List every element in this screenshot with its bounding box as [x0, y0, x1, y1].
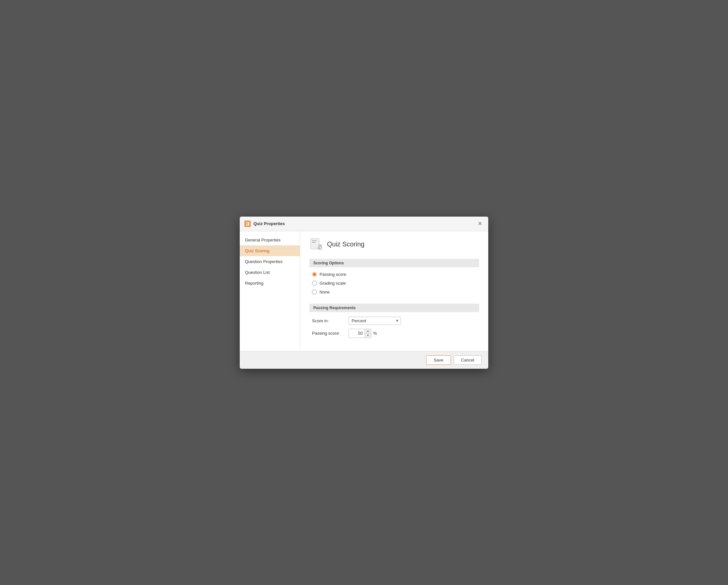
passing-score-input[interactable] — [349, 329, 365, 338]
sidebar-item-general-properties[interactable]: General Properties — [240, 235, 300, 246]
dialog-body: General Properties Quiz Scoring Question… — [240, 231, 488, 351]
score-in-row: Score in: Percent Points ▼ — [309, 317, 479, 325]
scoring-options: Passing score Grading scale None — [309, 272, 479, 295]
scoring-radio-group: Passing score Grading scale None — [312, 272, 476, 295]
dialog-footer: Save Cancel — [240, 351, 488, 369]
none-option[interactable]: None — [312, 289, 476, 295]
sidebar-item-reporting[interactable]: Reporting — [240, 278, 300, 288]
page-title: Quiz Scoring — [327, 240, 365, 248]
scoring-options-header: Scoring Options — [309, 259, 479, 267]
score-in-label: Score in: — [312, 319, 345, 323]
page-icon — [309, 238, 322, 251]
none-radio[interactable] — [312, 289, 317, 295]
sidebar: General Properties Quiz Scoring Question… — [240, 231, 300, 351]
passing-score-spinbox-wrapper: ▲ ▼ % — [348, 329, 377, 338]
passing-score-option[interactable]: Passing score — [312, 272, 476, 277]
spinbox-buttons: ▲ ▼ — [365, 329, 371, 338]
main-content: Quiz Scoring Scoring Options Passing sco… — [300, 231, 488, 351]
sidebar-item-question-properties[interactable]: Question Properties — [240, 256, 300, 267]
close-button[interactable]: ✕ — [476, 220, 484, 228]
dialog-title: Quiz Properties — [254, 221, 473, 226]
passing-score-row: Passing score: ▲ ▼ % — [309, 329, 479, 338]
save-button[interactable]: Save — [426, 355, 451, 365]
svg-rect-4 — [312, 240, 317, 241]
title-bar: Quiz Properties ✕ — [240, 217, 488, 231]
spinbox-increment-button[interactable]: ▲ — [365, 329, 371, 333]
passing-requirements: Passing Requirements Score in: Percent P… — [309, 304, 479, 338]
passing-score-label: Passing score: — [312, 331, 345, 336]
score-in-select[interactable]: Percent Points — [348, 317, 401, 325]
cancel-button[interactable]: Cancel — [453, 355, 482, 365]
spinbox-decrement-button[interactable]: ▼ — [365, 333, 371, 338]
quiz-properties-dialog: Quiz Properties ✕ General Properties Qui… — [240, 217, 488, 369]
percent-label: % — [373, 331, 377, 336]
sidebar-item-question-list[interactable]: Question List — [240, 267, 300, 278]
passing-requirements-header: Passing Requirements — [309, 304, 479, 312]
passing-score-spinbox: ▲ ▼ — [348, 329, 371, 338]
dialog-icon — [244, 221, 251, 227]
score-in-select-wrapper: Percent Points ▼ — [348, 317, 401, 325]
svg-rect-5 — [312, 242, 315, 243]
page-header: Quiz Scoring — [309, 238, 479, 251]
sidebar-item-quiz-scoring[interactable]: Quiz Scoring — [240, 246, 300, 256]
grading-scale-radio[interactable] — [312, 281, 317, 286]
passing-score-radio[interactable] — [312, 272, 317, 277]
grading-scale-option[interactable]: Grading scale — [312, 281, 476, 286]
